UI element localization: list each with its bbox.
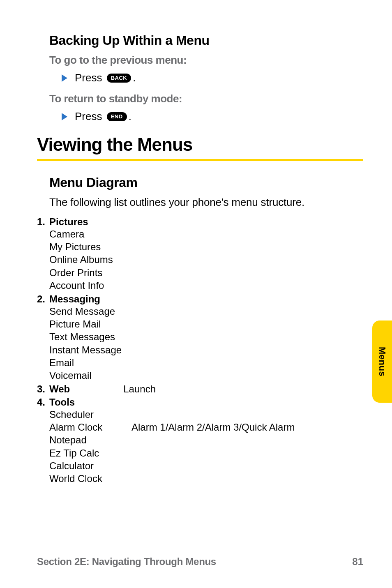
menu-item-label: Email — [49, 356, 131, 369]
menu-number: 3. — [37, 383, 49, 395]
menu-item-label: Instant Message — [49, 344, 131, 356]
menu-item-label: Text Messages — [49, 330, 131, 343]
side-tab: Menus — [372, 321, 392, 403]
menu-title-detail: Launch — [123, 383, 363, 395]
menu-item: Notepad — [49, 434, 363, 446]
menu-diagram-intro: The following list outlines your phone's… — [49, 196, 363, 209]
arrow-right-icon — [62, 113, 67, 120]
menu-item: Send Message — [49, 305, 363, 318]
menu-item-label: Send Message — [49, 305, 131, 318]
menu-item: My Pictures — [49, 240, 363, 253]
press-label: Press — [75, 110, 102, 123]
menu-section: 1.PicturesCameraMy PicturesOnline Albums… — [37, 216, 363, 292]
menu-item-label: Alarm Clock — [49, 421, 131, 434]
menu-item: World Clock — [49, 472, 363, 485]
page-footer: Section 2E: Navigating Through Menus 81 — [37, 556, 363, 567]
standby-step: Press END . — [62, 110, 363, 123]
prev-menu-subhead: To go to the previous menu: — [49, 54, 363, 67]
menu-item: Alarm ClockAlarm 1/Alarm 2/Alarm 3/Quick… — [49, 421, 363, 434]
menu-item-label: Calculator — [49, 459, 131, 472]
menu-items: Send MessagePicture MailText MessagesIns… — [49, 305, 363, 382]
menu-item: Picture Mail — [49, 318, 363, 330]
menu-section: 4.ToolsSchedulerAlarm ClockAlarm 1/Alarm… — [37, 397, 363, 485]
menu-title: Tools — [49, 397, 75, 408]
arrow-right-icon — [62, 74, 67, 82]
menu-item: Email — [49, 356, 363, 369]
menu-number: 2. — [37, 293, 49, 305]
menu-item-label: My Pictures — [49, 240, 131, 253]
menu-item-label: Order Prints — [49, 266, 131, 279]
menu-list: 1.PicturesCameraMy PicturesOnline Albums… — [37, 216, 363, 485]
menu-title: Web — [49, 383, 70, 395]
menu-item-label: World Clock — [49, 472, 131, 485]
period: . — [133, 71, 136, 84]
menu-item: Voicemail — [49, 369, 363, 382]
menu-item: Account Info — [49, 279, 363, 292]
menu-title-row: 3.WebLaunch — [37, 383, 363, 395]
menu-title-row: 4.Tools — [37, 397, 363, 408]
menu-item-label: Voicemail — [49, 369, 131, 382]
end-key-icon: END — [107, 112, 127, 121]
heading-rule — [37, 159, 363, 161]
standby-subhead: To return to standby mode: — [49, 92, 363, 105]
period: . — [129, 110, 131, 123]
menu-item: Text Messages — [49, 330, 363, 343]
menu-title-row: 2.Messaging — [37, 293, 363, 305]
menu-section: 2.MessagingSend MessagePicture MailText … — [37, 293, 363, 382]
menu-number: 1. — [37, 216, 49, 228]
viewing-heading: Viewing the Menus — [37, 134, 363, 155]
menu-item: Online Albums — [49, 253, 363, 266]
menu-item-label: Scheduler — [49, 408, 131, 421]
menu-items: CameraMy PicturesOnline AlbumsOrder Prin… — [49, 228, 363, 292]
menu-title: Pictures — [49, 216, 88, 228]
menu-title: Messaging — [49, 293, 100, 305]
footer-section: Section 2E: Navigating Through Menus — [37, 556, 216, 567]
page: Backing Up Within a Menu To go to the pr… — [0, 0, 392, 588]
back-key-icon: BACK — [107, 74, 131, 83]
menu-item-label: Picture Mail — [49, 318, 131, 330]
footer-page-number: 81 — [352, 556, 363, 567]
menu-title-row: 1.Pictures — [37, 216, 363, 228]
backing-up-heading: Backing Up Within a Menu — [49, 33, 363, 48]
menu-item: Scheduler — [49, 408, 363, 421]
menu-items: SchedulerAlarm ClockAlarm 1/Alarm 2/Alar… — [49, 408, 363, 485]
menu-item-label: Camera — [49, 228, 131, 240]
menu-item: Camera — [49, 228, 363, 240]
side-tab-label: Menus — [377, 347, 387, 376]
menu-item: Order Prints — [49, 266, 363, 279]
menu-item-detail: Alarm 1/Alarm 2/Alarm 3/Quick Alarm — [131, 421, 363, 434]
press-label: Press — [75, 71, 102, 84]
menu-item: Calculator — [49, 459, 363, 472]
menu-item-label: Notepad — [49, 434, 131, 446]
menu-item-label: Ez Tip Calc — [49, 447, 131, 459]
menu-section: 3.WebLaunch — [37, 383, 363, 395]
menu-number: 4. — [37, 397, 49, 408]
menu-item-label: Account Info — [49, 279, 131, 292]
menu-item-label: Online Albums — [49, 253, 131, 266]
menu-diagram-heading: Menu Diagram — [49, 175, 363, 190]
menu-item: Instant Message — [49, 344, 363, 356]
prev-step: Press BACK . — [62, 71, 363, 84]
menu-item: Ez Tip Calc — [49, 447, 363, 459]
